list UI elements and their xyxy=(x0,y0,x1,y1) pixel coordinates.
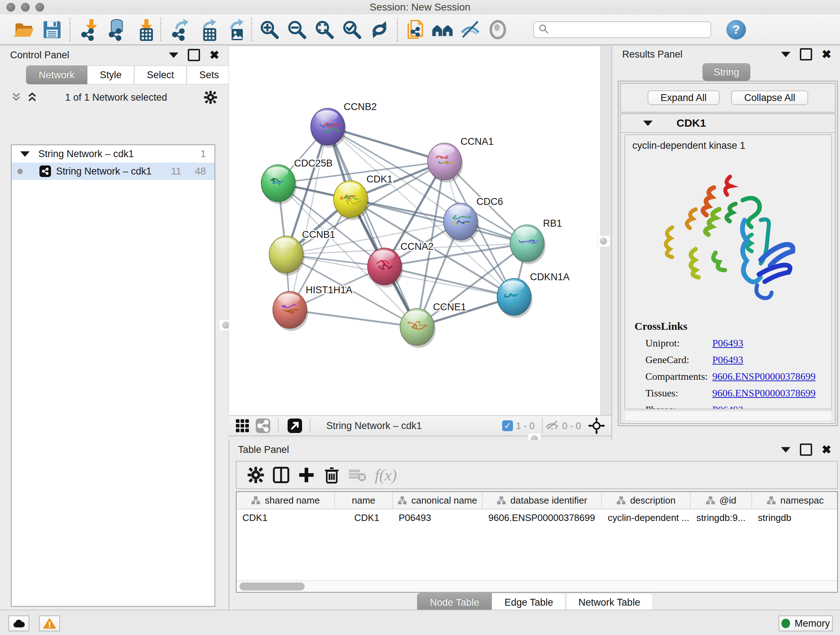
show-graphics-details-button[interactable] xyxy=(484,17,512,43)
network-from-file-share-button[interactable] xyxy=(401,17,429,43)
column-header-description[interactable]: description xyxy=(602,492,691,509)
search-box xyxy=(533,21,711,38)
search-input[interactable] xyxy=(552,24,711,35)
import-network-file-button[interactable] xyxy=(74,17,102,43)
detach-view-button[interactable] xyxy=(287,418,302,433)
delete-table-button[interactable] xyxy=(344,463,370,486)
tab-select[interactable]: Select xyxy=(134,65,187,84)
table-row[interactable]: CDK1CDK1P064939606.ENSP00000378699cyclin… xyxy=(237,509,837,526)
save-session-button[interactable] xyxy=(38,17,66,43)
memory-button[interactable]: Memory xyxy=(778,616,833,631)
table-panel-title: Table Panel xyxy=(238,444,289,455)
import-network-database-button[interactable] xyxy=(102,17,129,43)
network-node-CCNA1[interactable] xyxy=(428,143,463,182)
fit-content-button[interactable] xyxy=(588,417,605,434)
expand-all-networks-button[interactable] xyxy=(26,91,38,103)
network-node-CCNB2[interactable] xyxy=(311,108,346,148)
network-node-CDC6[interactable] xyxy=(444,203,479,242)
show-columns-button[interactable] xyxy=(268,463,294,486)
panel-menu-button[interactable] xyxy=(781,447,790,453)
column-header-sharedname[interactable]: shared name xyxy=(237,492,335,509)
tab-style[interactable]: Style xyxy=(87,65,134,84)
selected-checkbox[interactable]: ✓ xyxy=(502,420,513,431)
tab-node-table[interactable]: Node Table xyxy=(417,593,492,612)
expand-all-button[interactable]: Expand All xyxy=(647,90,720,105)
column-header-name[interactable]: name xyxy=(335,492,393,509)
right-splitter-handle[interactable] xyxy=(597,235,610,247)
search-icon xyxy=(538,24,549,36)
column-header-namespac[interactable]: namespac xyxy=(752,492,838,509)
crosslink-label: Pharos: xyxy=(645,404,712,409)
warnings-button[interactable] xyxy=(39,616,60,631)
help-button[interactable]: ? xyxy=(726,20,746,40)
panel-menu-button[interactable] xyxy=(781,52,790,57)
tree-expander-icon[interactable] xyxy=(20,151,30,157)
panel-float-button[interactable] xyxy=(800,48,812,60)
export-image-button[interactable] xyxy=(220,17,248,43)
node-label-CCNA1: CCNA1 xyxy=(461,136,494,147)
export-network-button[interactable] xyxy=(165,17,193,43)
import-table-button[interactable] xyxy=(129,17,156,43)
network-node-HIST1H1A[interactable] xyxy=(273,291,308,331)
crosslink-link[interactable]: P06493 xyxy=(712,354,744,366)
column-header-id[interactable]: @id xyxy=(691,492,752,509)
tab-edge-table[interactable]: Edge Table xyxy=(492,593,566,612)
zoom-out-button[interactable] xyxy=(283,17,311,43)
network-canvas[interactable]: CCNB2 CCNA1 CDC25B CDK1 CDC6 RB1 CCNB1 xyxy=(229,46,601,416)
network-collection-row[interactable]: String Network – cdk1 1 xyxy=(11,145,215,163)
open-session-button[interactable] xyxy=(11,17,38,43)
view-grid-button[interactable] xyxy=(235,418,249,433)
crosslink-link[interactable]: P06493 xyxy=(712,337,744,349)
table-options-gear-button[interactable] xyxy=(243,463,268,486)
create-column-button[interactable] xyxy=(294,463,319,486)
collapse-all-button[interactable]: Collapse All xyxy=(731,90,808,105)
panel-menu-button[interactable] xyxy=(169,52,178,58)
panel-float-button[interactable] xyxy=(800,443,812,456)
network-node-CCNE1[interactable] xyxy=(400,309,436,348)
scrollbar-thumb[interactable] xyxy=(240,583,305,591)
column-header-canonicalname[interactable]: canonical name xyxy=(393,492,483,509)
crosslink-link[interactable]: P06493 xyxy=(712,404,744,409)
collapse-node-icon[interactable] xyxy=(643,120,653,126)
node-table[interactable]: shared namenamecanonical namedatabase id… xyxy=(236,491,838,593)
network-options-gear-button[interactable] xyxy=(203,90,218,105)
column-tree-icon xyxy=(706,496,715,505)
network-view-toolbar: String Network – cdk1 ✓ 1 - 0 0 - 0 xyxy=(229,415,611,436)
string-view-button[interactable] xyxy=(256,418,271,433)
panel-close-button[interactable]: ✖ xyxy=(210,49,219,61)
crosslink-link[interactable]: 9606.ENSP00000378699 xyxy=(712,387,815,399)
panel-float-button[interactable] xyxy=(188,49,200,61)
tab-string[interactable]: String xyxy=(703,63,751,81)
export-table-button[interactable] xyxy=(193,17,220,43)
delete-table-icon xyxy=(348,466,366,484)
crosslink-link[interactable]: 9606.ENSP00000378699 xyxy=(712,371,815,382)
view-title: String Network – cdk1 xyxy=(326,420,502,432)
panel-close-button[interactable]: ✖ xyxy=(821,444,831,455)
zoom-in-button[interactable] xyxy=(256,17,283,43)
table-horizontal-scrollbar[interactable] xyxy=(237,580,837,592)
delete-column-button[interactable] xyxy=(319,463,344,486)
zoom-selected-button[interactable] xyxy=(338,17,366,43)
zoom-fit-button[interactable] xyxy=(311,17,338,43)
panel-close-button[interactable]: ✖ xyxy=(821,49,831,60)
network-row-selected[interactable]: String Network – cdk1 11 48 xyxy=(11,163,215,180)
tab-network-table[interactable]: Network Table xyxy=(566,593,653,612)
node-label-CDKN1A: CDKN1A xyxy=(530,272,570,282)
collapse-all-networks-button[interactable] xyxy=(10,91,22,103)
control-panel-title: Control Panel xyxy=(10,50,69,61)
details-scrollbar[interactable] xyxy=(624,411,832,421)
column-header-databaseidentifier[interactable]: database identifier xyxy=(483,492,602,509)
network-node-RB1[interactable] xyxy=(510,225,546,264)
hide-selected-button[interactable] xyxy=(456,17,484,43)
function-builder-icon[interactable]: f(x) xyxy=(375,466,397,485)
first-neighbors-button[interactable] xyxy=(429,17,456,43)
network-node-CDKN1A[interactable] xyxy=(497,279,532,318)
tab-network[interactable]: Network xyxy=(26,65,87,84)
tab-sets[interactable]: Sets xyxy=(187,65,232,84)
cloud-status-button[interactable] xyxy=(8,616,29,631)
network-node-CDC25B[interactable] xyxy=(261,165,297,204)
float-window-icon xyxy=(800,48,812,60)
apply-layout-button[interactable] xyxy=(366,17,393,43)
network-node-CDK1[interactable] xyxy=(333,181,369,220)
hidden-eye-icon[interactable] xyxy=(545,419,559,432)
